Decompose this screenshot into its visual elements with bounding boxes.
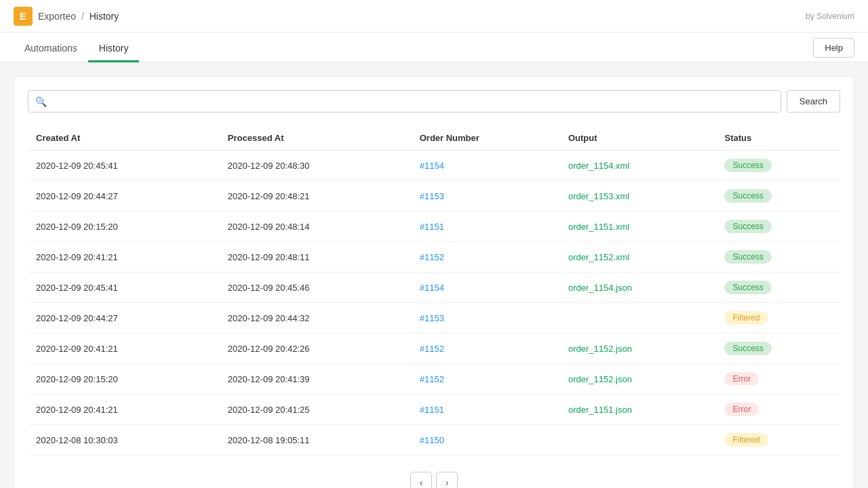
tab-history[interactable]: History bbox=[88, 36, 140, 62]
nav-tabs-left: Automations History bbox=[14, 36, 139, 62]
col-processed-at: Processed At bbox=[220, 126, 412, 150]
cell-processed-at: 2020-12-09 20:48:11 bbox=[220, 242, 412, 272]
cell-status: Success bbox=[716, 242, 840, 272]
output-link[interactable]: order_1151.json bbox=[568, 405, 632, 415]
output-link[interactable]: order_1152.json bbox=[568, 374, 632, 384]
output-link[interactable]: order_1152.json bbox=[568, 344, 632, 354]
app-name: Exporteo bbox=[38, 11, 76, 22]
cell-order-number[interactable]: #1152 bbox=[412, 333, 560, 364]
cell-created-at: 2020-12-09 20:44:27 bbox=[28, 303, 220, 333]
cell-output[interactable]: order_1152.json bbox=[560, 333, 717, 364]
cell-created-at: 2020-12-08 10:30:03 bbox=[28, 425, 220, 455]
cell-order-number[interactable]: #1152 bbox=[412, 364, 560, 394]
next-page-button[interactable]: › bbox=[436, 472, 458, 488]
search-button[interactable]: Search bbox=[787, 90, 840, 113]
cell-order-number[interactable]: #1150 bbox=[412, 425, 560, 455]
prev-page-button[interactable]: ‹ bbox=[410, 472, 432, 488]
cell-output[interactable]: order_1154.xml bbox=[560, 150, 717, 181]
status-badge: Error bbox=[724, 372, 759, 386]
cell-status: Success bbox=[716, 150, 840, 181]
order-number-link[interactable]: #1152 bbox=[420, 252, 444, 262]
col-output: Output bbox=[560, 126, 717, 150]
status-badge: Success bbox=[724, 250, 771, 264]
cell-created-at: 2020-12-09 20:15:20 bbox=[28, 211, 220, 242]
cell-status: Success bbox=[716, 211, 840, 242]
cell-output[interactable]: order_1154.json bbox=[560, 272, 717, 303]
history-card: 🔍 Search Created At Processed At Order N… bbox=[14, 76, 854, 488]
order-number-link[interactable]: #1150 bbox=[420, 435, 444, 445]
cell-created-at: 2020-12-09 20:45:41 bbox=[28, 150, 220, 181]
tab-automations[interactable]: Automations bbox=[14, 36, 88, 62]
cell-status: Filtered bbox=[716, 425, 840, 455]
cell-order-number[interactable]: #1153 bbox=[412, 181, 560, 211]
app-logo: E bbox=[14, 7, 33, 26]
cell-output[interactable]: order_1152.json bbox=[560, 364, 717, 394]
output-link[interactable]: order_1154.json bbox=[568, 283, 632, 293]
cell-processed-at: 2020-12-08 19:05:11 bbox=[220, 425, 412, 455]
table-row: 2020-12-09 20:41:212020-12-09 20:48:11#1… bbox=[28, 242, 840, 272]
table-row: 2020-12-09 20:45:412020-12-09 20:45:46#1… bbox=[28, 272, 840, 303]
output-link[interactable]: order_1153.xml bbox=[568, 191, 629, 201]
col-status: Status bbox=[716, 126, 840, 150]
output-link[interactable]: order_1152.xml bbox=[568, 252, 629, 262]
cell-created-at: 2020-12-09 20:45:41 bbox=[28, 272, 220, 303]
order-number-link[interactable]: #1152 bbox=[420, 374, 444, 384]
cell-output[interactable]: order_1151.json bbox=[560, 394, 717, 425]
history-table: Created At Processed At Order Number Out… bbox=[28, 126, 840, 455]
cell-status: Success bbox=[716, 272, 840, 303]
breadcrumb-separator: / bbox=[81, 11, 84, 22]
cell-processed-at: 2020-12-09 20:44:32 bbox=[220, 303, 412, 333]
search-bar: 🔍 Search bbox=[28, 90, 840, 113]
status-badge: Error bbox=[724, 403, 759, 416]
status-badge: Success bbox=[724, 189, 771, 203]
order-number-link[interactable]: #1154 bbox=[420, 283, 444, 293]
cell-status: Error bbox=[716, 364, 840, 394]
cell-output[interactable]: order_1152.xml bbox=[560, 242, 717, 272]
table-row: 2020-12-09 20:41:212020-12-09 20:41:25#1… bbox=[28, 394, 840, 425]
cell-created-at: 2020-12-09 20:41:21 bbox=[28, 394, 220, 425]
col-created-at: Created At bbox=[28, 126, 220, 150]
cell-order-number[interactable]: #1151 bbox=[412, 211, 560, 242]
search-input[interactable] bbox=[51, 92, 774, 111]
cell-status: Success bbox=[716, 181, 840, 211]
help-button[interactable]: Help bbox=[813, 38, 854, 58]
order-number-link[interactable]: #1151 bbox=[420, 405, 444, 415]
by-solvenium: by Solvenium bbox=[806, 12, 854, 21]
cell-status: Success bbox=[716, 333, 840, 364]
cell-order-number[interactable]: #1154 bbox=[412, 150, 560, 181]
cell-created-at: 2020-12-09 20:44:27 bbox=[28, 181, 220, 211]
order-number-link[interactable]: #1152 bbox=[420, 344, 444, 354]
breadcrumb: Exporteo / History bbox=[38, 11, 119, 22]
status-badge: Success bbox=[724, 281, 771, 294]
page-name: History bbox=[90, 11, 119, 22]
search-input-wrap: 🔍 bbox=[28, 90, 781, 113]
cell-processed-at: 2020-12-09 20:45:46 bbox=[220, 272, 412, 303]
table-row: 2020-12-09 20:41:212020-12-09 20:42:26#1… bbox=[28, 333, 840, 364]
cell-output[interactable]: order_1151.xml bbox=[560, 211, 717, 242]
main-content: 🔍 Search Created At Processed At Order N… bbox=[0, 62, 868, 488]
cell-output[interactable]: order_1153.xml bbox=[560, 181, 717, 211]
cell-created-at: 2020-12-09 20:41:21 bbox=[28, 242, 220, 272]
order-number-link[interactable]: #1153 bbox=[420, 191, 444, 201]
output-link[interactable]: order_1154.xml bbox=[568, 161, 629, 171]
cell-order-number[interactable]: #1152 bbox=[412, 242, 560, 272]
table-row: 2020-12-09 20:15:202020-12-09 20:48:14#1… bbox=[28, 211, 840, 242]
cell-status: Error bbox=[716, 394, 840, 425]
output-link[interactable]: order_1151.xml bbox=[568, 222, 629, 232]
order-number-link[interactable]: #1151 bbox=[420, 222, 444, 232]
cell-processed-at: 2020-12-09 20:48:14 bbox=[220, 211, 412, 242]
cell-order-number[interactable]: #1153 bbox=[412, 303, 560, 333]
top-bar-left: E Exporteo / History bbox=[14, 7, 119, 26]
cell-output bbox=[560, 425, 717, 455]
cell-created-at: 2020-12-09 20:15:20 bbox=[28, 364, 220, 394]
order-number-link[interactable]: #1153 bbox=[420, 313, 444, 323]
table-row: 2020-12-09 20:44:272020-12-09 20:44:32#1… bbox=[28, 303, 840, 333]
status-badge: Success bbox=[724, 220, 771, 233]
table-row: 2020-12-09 20:15:202020-12-09 20:41:39#1… bbox=[28, 364, 840, 394]
cell-output bbox=[560, 303, 717, 333]
order-number-link[interactable]: #1154 bbox=[420, 161, 444, 171]
search-icon: 🔍 bbox=[35, 96, 47, 107]
status-badge: Success bbox=[724, 159, 771, 172]
cell-order-number[interactable]: #1151 bbox=[412, 394, 560, 425]
cell-order-number[interactable]: #1154 bbox=[412, 272, 560, 303]
